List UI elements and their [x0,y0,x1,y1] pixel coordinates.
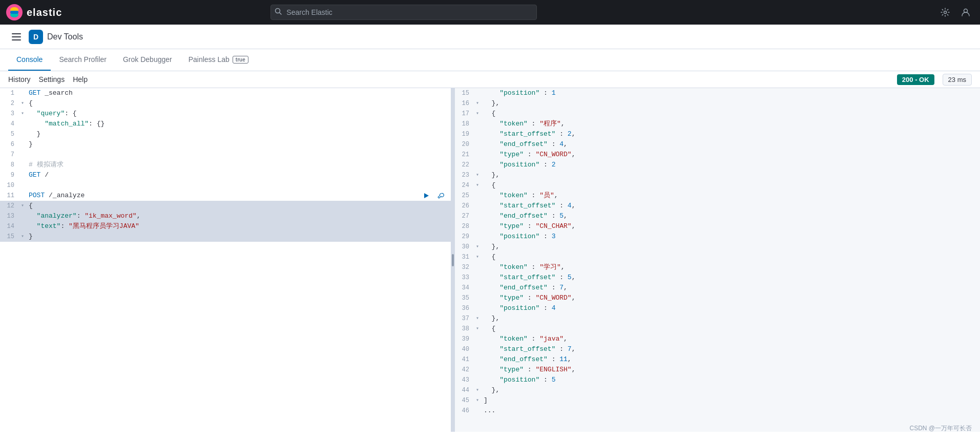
painless-lab-label: Painless Lab [189,55,230,64]
editor-line-10: 10 [0,180,451,191]
result-line-40: 40 "start_offset" : 7, [455,344,980,354]
time-badge: 23 ms [943,74,972,86]
divider-handle [452,254,454,266]
editor-container: 1 GET _search 2 ▾ { 3 ▾ "query": { 4 "ma… [0,88,980,432]
result-line-41: 41 "end_offset" : 11, [455,354,980,365]
svg-marker-11 [424,193,429,198]
svg-rect-3 [10,11,18,14]
result-line-25: 25 "token" : "员", [455,191,980,201]
search-input[interactable] [270,5,537,20]
result-line-36: 36 "position" : 4 [455,303,980,313]
result-line-39: 39 "token" : "java", [455,334,980,344]
editor-line-11: 11 POST /_analyze [0,191,451,201]
watermark: CSDN @一万年可长否 [909,424,972,432]
svg-rect-9 [12,36,21,37]
tab-console[interactable]: Console [8,49,51,71]
result-line-31: 31 ▾ { [455,252,980,262]
result-line-18: 18 "token" : "程序", [455,119,980,129]
second-bar-title: Dev Tools [47,32,83,41]
help-button[interactable]: Help [73,73,88,86]
result-line-28: 28 "type" : "CN_CHAR", [455,221,980,232]
result-line-43: 43 "position" : 5 [455,375,980,385]
code-lines: 1 GET _search 2 ▾ { 3 ▾ "query": { 4 "ma… [0,88,451,432]
editor-line-9: 9 GET / [0,170,451,180]
editor-line-1: 1 GET _search [0,88,451,98]
editor-line-5: 5 } [0,129,451,139]
result-line-42: 42 "type" : "ENGLISH", [455,365,980,375]
editor-line-13: 13 "analyzer": "ik_max_word", [0,211,451,221]
editor-line-7: 7 [0,150,451,160]
result-line-15: 15 "position" : 1 [455,88,980,98]
editor-line-8: 8 # 模拟请求 [0,160,451,170]
editor-line-6: 6 } [0,139,451,150]
editor-line-14: 14 "text": "黑马程序员学习JAVA" [0,221,451,232]
settings-button[interactable]: Settings [39,73,65,86]
tab-grok-debugger[interactable]: Grok Debugger [115,49,180,71]
editor-line-15: 15 ▾ } [0,232,451,242]
result-line-20: 20 "end_offset" : 4, [455,139,980,150]
search-bar-container [270,5,537,20]
editor-line-2: 2 ▾ { [0,98,451,109]
svg-rect-10 [12,39,21,40]
result-line-24: 24 ▾ { [455,180,980,191]
tab-search-profiler[interactable]: Search Profiler [51,49,115,71]
history-button[interactable]: History [8,73,31,86]
result-line-19: 19 "start_offset" : 2, [455,129,980,139]
elastic-logo-icon [6,4,23,20]
search-bar-wrapper [270,5,537,20]
result-line-32: 32 "token" : "学习", [455,262,980,272]
search-icon [275,8,282,17]
result-line-16: 16 ▾ }, [455,98,980,109]
tabs-bar: Console Search Profiler Grok Debugger Pa… [0,49,980,71]
editor-pane[interactable]: 1 GET _search 2 ▾ { 3 ▾ "query": { 4 "ma… [0,88,451,432]
result-line-44: 44 ▾ }, [455,385,980,395]
result-line-23: 23 ▾ }, [455,170,980,180]
run-button[interactable] [420,191,432,201]
wrench-button[interactable] [434,191,447,201]
second-bar: D Dev Tools [0,25,980,49]
editor-line-12: 12 ▾ { [0,201,451,211]
editor-line-3: 3 ▾ "query": { [0,109,451,119]
svg-point-6 [944,11,946,14]
elastic-logo-text: elastic [27,7,62,18]
user-icon[interactable] [957,4,974,20]
result-line-27: 27 "end_offset" : 5, [455,211,980,221]
result-line-26: 26 "start_offset" : 4, [455,201,980,211]
result-line-29: 29 "position" : 3 [455,232,980,242]
line-actions [420,191,447,201]
result-line-30: 30 ▾ }, [455,242,980,252]
toolbar: History Settings Help 200 - OK 23 ms [0,71,980,88]
result-line-37: 37 ▾ }, [455,313,980,324]
beta-badge: true [233,56,248,64]
result-line-46: 46 ... [455,406,980,416]
status-badge: 200 - OK [897,74,934,85]
editor-line-4: 4 "match_all": {} [0,119,451,129]
elastic-logo: elastic [6,4,68,20]
cog-icon[interactable] [937,4,953,20]
result-line-22: 22 "position" : 2 [455,160,980,170]
top-bar: elastic [0,0,980,25]
result-line-45: 45 ▾ ] [455,395,980,406]
result-line-17: 17 ▾ { [455,109,980,119]
svg-line-5 [280,13,282,15]
svg-rect-8 [12,33,21,34]
result-line-33: 33 "start_offset" : 5, [455,272,980,283]
tab-painless-lab[interactable]: Painless Lab true [180,49,257,71]
result-lines: 15 "position" : 1 16 ▾ }, 17 ▾ { 18 [455,88,980,432]
result-pane: 15 "position" : 1 16 ▾ }, 17 ▾ { 18 [455,88,980,432]
result-line-35: 35 "type" : "CN_WORD", [455,293,980,303]
result-line-38: 38 ▾ { [455,324,980,334]
dev-tools-badge: D [29,30,43,44]
hamburger-button[interactable] [8,29,25,45]
top-bar-right [937,4,974,20]
result-line-21: 21 "type" : "CN_WORD", [455,150,980,160]
result-line-34: 34 "end_offset" : 7, [455,283,980,293]
pane-divider[interactable] [451,88,455,432]
